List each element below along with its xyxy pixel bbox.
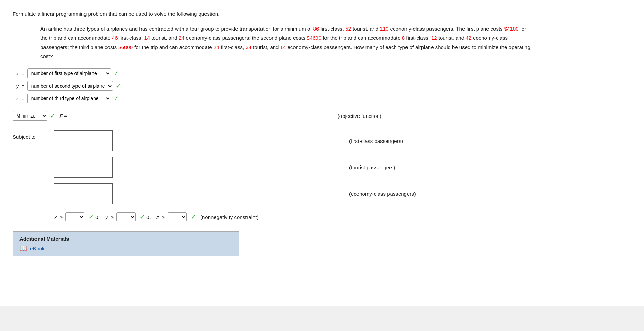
constraint-label-1: (first-class passengers) [349,138,403,144]
additional-materials-title: Additional Materials [19,236,232,242]
minimize-select[interactable]: Minimize Maximize [13,111,47,121]
constraint-row-3: (economy-class passengers) [54,183,416,204]
minimize-check-icon: ✓ [50,112,55,120]
problem-part10: first-class, [405,35,431,41]
intro-text: Formulate a linear programming problem t… [13,10,631,18]
problem-part8: economy-class passengers; the second pla… [184,35,307,41]
z-select[interactable]: number of third type of airplane [27,94,111,103]
constraint-label-2: (tourist passengers) [349,164,395,170]
num8: 12 [431,35,437,41]
constraint-input-2[interactable] [54,157,113,178]
additional-materials-section: Additional Materials 📖 eBook [13,231,239,256]
z-label: z [13,96,19,102]
num7: 8 [402,35,405,41]
nn-select-2[interactable] [116,212,136,221]
nn-geq2: ≥ [109,214,115,220]
nn-y-var: y [105,214,108,220]
nn-check-3-icon: ✓ [191,213,196,221]
constraint-row-1: (first-class passengers) [54,130,416,151]
nonnegativity-row: x ≥ ✓ 0, y ≥ ✓ 0, z ≥ ✓ (nonnegativity c… [54,212,631,221]
ebook-label[interactable]: eBook [30,245,45,251]
objective-function-label: (objective function) [338,113,381,119]
variable-y-row: y = number of second type of airplane ✓ [13,81,631,91]
num5: 14 [144,35,150,41]
problem-part2: first-class, [319,26,345,32]
subject-section: Subject to (first-class passengers) (tou… [13,130,631,204]
nn-select-3[interactable] [168,212,187,221]
problem-part3: tourist, and [351,26,380,32]
constraints-column: (first-class passengers) (tourist passen… [54,130,416,204]
ebook-icon: 📖 [19,244,27,252]
subject-label: Subject to [13,130,47,140]
nn-x-var: x [54,214,57,220]
objective-input[interactable] [70,108,129,123]
constraint-label-3: (economy-class passengers) [349,191,416,197]
ebook-row[interactable]: 📖 eBook [19,244,232,252]
constraint-input-1[interactable] [54,130,113,151]
num1: 86 [313,26,319,32]
num2: 52 [345,26,351,32]
y-select[interactable]: number of second type of airplane [27,81,113,91]
x-label: x [13,71,19,76]
y-check-icon: ✓ [116,82,121,90]
problem-part9: for the trip and can accommodate [321,35,402,41]
cost2: $4600 [307,35,321,41]
problem-part1: An airline has three types of airplanes … [40,26,313,32]
problem-part6: first-class, [118,35,144,41]
nn-geq3: ≥ [160,214,166,220]
constraint-input-3[interactable] [54,183,113,204]
z-eq: = [22,96,25,102]
cost3: $6000 [118,44,133,50]
f-equals-label: F = [59,113,67,119]
nn-zero-1: 0, [94,214,101,220]
x-select[interactable]: number of first type of airplane [27,68,111,78]
nn-check-2-icon: ✓ [140,213,145,221]
x-eq: = [22,71,25,76]
num3: 110 [380,26,388,32]
problem-part15: tourist, and [251,44,280,50]
x-check-icon: ✓ [114,70,119,77]
problem-part11: tourist, and [437,35,466,41]
problem-text: An airline has three types of airplanes … [40,24,534,61]
num6: 24 [179,35,185,41]
num10: 24 [214,44,219,50]
problem-part13: for the trip and can accommodate [133,44,214,50]
y-eq: = [22,83,25,89]
num11: 34 [245,44,251,50]
problem-part14: first-class, [219,44,246,50]
nn-check-1-icon: ✓ [89,213,94,221]
variable-x-row: x = number of first type of airplane ✓ [13,68,631,78]
nn-select-1[interactable] [65,212,84,221]
nn-geq1: ≥ [58,214,64,220]
y-label: y [13,83,19,89]
nn-constraint-label: (nonnegativity constraint) [200,214,259,220]
constraint-row-2: (tourist passengers) [54,157,416,178]
z-check-icon: ✓ [114,95,119,102]
problem-part4: economy-class passengers. The first plan… [388,26,504,32]
nn-zero-2: 0, [145,214,152,220]
variable-z-row: z = number of third type of airplane ✓ [13,94,631,103]
nn-z-var: z [156,214,159,220]
num12: 14 [280,44,286,50]
cost1: $4100 [504,26,519,32]
num9: 42 [466,35,472,41]
objective-row: Minimize Maximize ✓ F = (objective funct… [13,108,631,123]
problem-part7: tourist, and [150,35,179,41]
num4: 46 [112,35,118,41]
